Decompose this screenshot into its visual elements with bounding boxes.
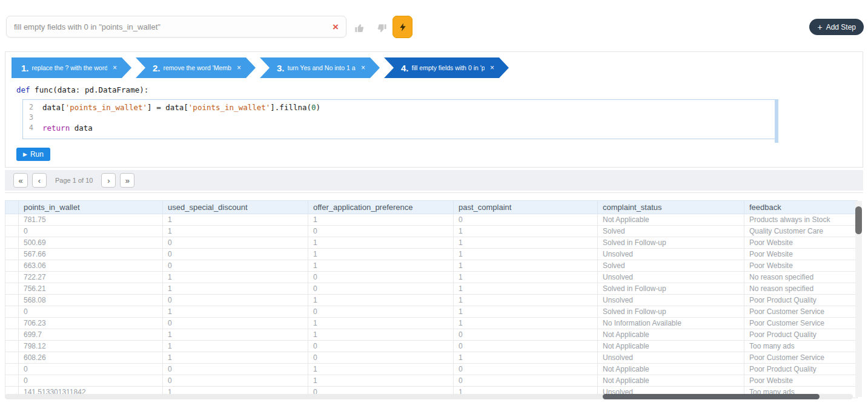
table-row[interactable]: 663.06011SolvedPoor Website <box>5 260 858 272</box>
run-button[interactable]: ▶ Run <box>16 148 50 161</box>
step-tab-4[interactable]: 4.fill empty fields with 0 in 'p…× <box>384 57 509 78</box>
table-cell: 0 <box>454 364 598 375</box>
prompt-input-box[interactable]: × <box>6 16 346 38</box>
pagination-bar: « ‹ Page 1 of 10 › » <box>5 170 863 191</box>
table-cell: Solved in Follow-up <box>598 237 744 249</box>
row-select-cell[interactable] <box>5 352 19 364</box>
column-header[interactable]: complaint_status <box>598 201 744 214</box>
table-cell: Poor Customer Service <box>744 306 858 318</box>
table-cell: Unsolved <box>598 272 744 283</box>
thumbs-down-icon[interactable] <box>377 23 387 33</box>
table-row[interactable]: 0010Not ApplicablePoor Product Quality <box>5 364 858 375</box>
row-select-cell[interactable] <box>5 295 19 306</box>
row-select-cell[interactable] <box>5 260 19 272</box>
horizontal-scrollbar-thumb[interactable] <box>603 394 820 399</box>
table-cell: 0 <box>454 375 598 387</box>
row-select-cell[interactable] <box>5 272 19 283</box>
step-label: fill empty fields with 0 in 'p… <box>412 64 485 71</box>
table-cell: 0 <box>19 375 163 387</box>
vertical-scrollbar-thumb[interactable] <box>855 206 862 234</box>
step-close-icon[interactable]: × <box>490 64 494 72</box>
step-number: 1. <box>21 63 29 73</box>
row-select-cell[interactable] <box>5 318 19 329</box>
table-cell: 1 <box>308 375 454 387</box>
line-content: data['points_in_wallet'] = data['points_… <box>39 102 320 113</box>
table-cell: Poor Product Quality <box>744 295 858 306</box>
add-step-button[interactable]: + Add Step <box>809 19 864 35</box>
data-table: points_in_walletused_special_discountoff… <box>5 200 858 398</box>
table-cell: 1 <box>163 226 308 237</box>
table-row[interactable]: 756.21101Solved in Follow-upNo reason sp… <box>5 283 858 295</box>
prompt-input[interactable] <box>14 22 333 31</box>
table-row[interactable]: 781.75110Not ApplicableProducts always i… <box>5 214 858 226</box>
step-close-icon[interactable]: × <box>237 64 241 72</box>
top-bar: × + Add Step <box>0 0 868 51</box>
table-row[interactable]: 608.26101UnsolvedPoor Customer Service <box>5 352 858 364</box>
table-cell: 0 <box>163 237 308 249</box>
table-cell: 0 <box>163 260 308 272</box>
code-lines: 2data['points_in_wallet'] = data['points… <box>23 102 778 133</box>
column-header[interactable]: feedback <box>744 201 858 214</box>
row-select-cell[interactable] <box>5 237 19 249</box>
table-row[interactable]: 706.23011No Information AvailablePoor Cu… <box>5 318 858 329</box>
column-header[interactable]: offer_application_preference <box>308 201 454 214</box>
column-header[interactable]: past_complaint <box>454 201 598 214</box>
table-row[interactable]: 0101SolvedQuality Customer Care <box>5 226 858 237</box>
code-line: 4return data <box>23 123 778 133</box>
plus-icon: + <box>817 22 822 32</box>
last-page-button[interactable]: » <box>120 173 134 188</box>
row-select-cell[interactable] <box>5 364 19 375</box>
page-indicator: Page 1 of 10 <box>55 177 93 184</box>
table-row[interactable]: 0010Not ApplicablePoor Website <box>5 375 858 387</box>
data-table-area: points_in_walletused_special_discountoff… <box>5 192 863 398</box>
row-select-cell[interactable] <box>5 214 19 226</box>
row-select-cell[interactable] <box>5 375 19 387</box>
step-label: replace the ? with the word… <box>32 64 107 71</box>
column-header-select <box>5 201 19 214</box>
table-row[interactable]: 722.27101UnsolvedNo reason specified <box>5 272 858 283</box>
row-select-cell[interactable] <box>5 306 19 318</box>
step-close-icon[interactable]: × <box>113 64 117 72</box>
table-row[interactable]: 0101Solved in Follow-upPoor Customer Ser… <box>5 306 858 318</box>
table-cell: 1 <box>308 329 454 341</box>
table-cell: Too many ads <box>744 341 858 352</box>
table-cell: 0 <box>308 306 454 318</box>
code-line: 2data['points_in_wallet'] = data['points… <box>23 102 778 113</box>
first-page-button[interactable]: « <box>13 173 28 188</box>
table-row[interactable]: 500.69011Solved in Follow-upPoor Website <box>5 237 858 249</box>
run-prompt-button[interactable] <box>393 16 412 38</box>
table-cell: 1 <box>308 249 454 260</box>
code-line: 3 <box>23 113 778 123</box>
run-label: Run <box>30 150 44 159</box>
table-cell: 0 <box>308 272 454 283</box>
row-select-cell[interactable] <box>5 249 19 260</box>
add-step-label: Add Step <box>826 23 856 31</box>
table-row[interactable]: 567.66011UnsolvedPoor Website <box>5 249 858 260</box>
clear-input-icon[interactable]: × <box>333 22 339 32</box>
step-label: remove the word 'Member… <box>164 64 231 71</box>
previous-page-button[interactable]: ‹ <box>32 173 47 188</box>
row-select-cell[interactable] <box>5 329 19 341</box>
table-row[interactable]: 699.7110Not ApplicablePoor Product Quali… <box>5 329 858 341</box>
row-select-cell[interactable] <box>5 341 19 352</box>
code-editor[interactable]: 2data['points_in_wallet'] = data['points… <box>22 99 778 139</box>
column-header[interactable]: used_special_discount <box>163 201 308 214</box>
table-row[interactable]: 568.08011UnsolvedPoor Product Quality <box>5 295 858 306</box>
step-tab-2[interactable]: 2.remove the word 'Member…× <box>136 57 256 78</box>
step-close-icon[interactable]: × <box>361 64 365 72</box>
table-cell: 1 <box>454 237 598 249</box>
table-cell: 699.7 <box>19 329 163 341</box>
row-select-cell[interactable] <box>5 226 19 237</box>
table-body: 781.75110Not ApplicableProducts always i… <box>5 214 858 398</box>
thumbs-up-icon[interactable] <box>354 23 365 33</box>
table-cell: 568.08 <box>19 295 163 306</box>
row-select-cell[interactable] <box>5 283 19 295</box>
column-header[interactable]: points_in_wallet <box>19 201 163 214</box>
table-cell: Unsolved <box>598 249 744 260</box>
table-row[interactable]: 798.12100Not ApplicableToo many ads <box>5 341 858 352</box>
next-page-button[interactable]: › <box>101 173 116 188</box>
step-tab-1[interactable]: 1.replace the ? with the word…× <box>12 57 131 78</box>
table-cell: 722.27 <box>19 272 163 283</box>
step-tab-3[interactable]: 3.turn Yes and No into 1 and …× <box>260 57 380 78</box>
code-signature: def func(data: pd.DataFrame): <box>16 85 148 94</box>
